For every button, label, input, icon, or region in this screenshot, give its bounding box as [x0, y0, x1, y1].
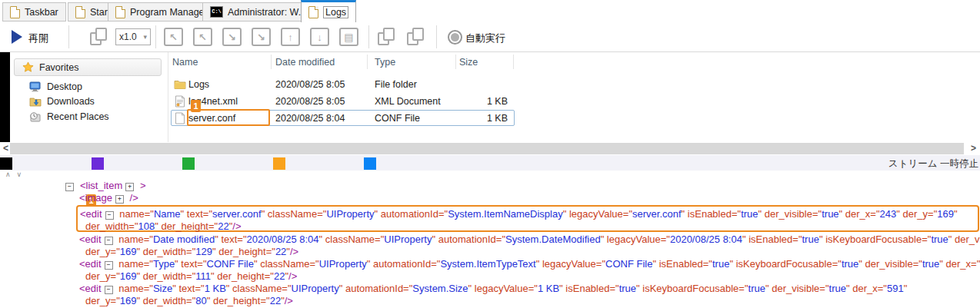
column-header-name[interactable]: Name — [172, 57, 198, 68]
column-header-date[interactable]: Date modified — [275, 57, 335, 68]
file-size: 1 KB — [455, 96, 508, 107]
file-row-log4net[interactable]: log4net.xml 2020/08/25 8:05 XML Document… — [0, 94, 523, 110]
file-type: XML Document — [375, 96, 441, 107]
stream-status-label: ストリーム 一時停止 — [888, 157, 978, 171]
document-icon — [115, 6, 125, 18]
tree-node-edit-date[interactable]: <edit− name="Date modified" text="2020/0… — [79, 233, 980, 245]
column-header-type[interactable]: Type — [375, 57, 395, 68]
sidebar-label: Favorites — [39, 62, 78, 73]
document-icon — [308, 6, 318, 18]
step-back-button[interactable]: ↖ — [193, 28, 212, 46]
tab-program-manager[interactable]: Program Manager — [108, 2, 215, 22]
tree-node-edit-date-cont[interactable]: der_y="169" der_width="129" der_height="… — [85, 246, 298, 257]
document-view-button[interactable]: ▤ — [339, 28, 358, 46]
column-divider[interactable] — [271, 55, 272, 69]
step-forward-button[interactable]: ↘ — [222, 28, 242, 46]
document-icon — [10, 6, 20, 18]
file-date: 2020/08/25 8:05 — [275, 79, 345, 90]
auto-run-radio[interactable] — [448, 30, 462, 45]
tree-node-edit-type-cont[interactable]: der_y="169" der_width="111" der_height="… — [85, 270, 297, 282]
captured-screenshot: Favorites Desktop Downloads Recent Place… — [0, 52, 980, 142]
capture-pages-icon[interactable] — [90, 28, 108, 46]
file-name: Logs — [188, 79, 209, 90]
timeline-marker[interactable] — [0, 157, 12, 170]
file-date: 2020/08/25 8:05 — [275, 96, 345, 107]
toolbar-separator — [155, 25, 156, 48]
toolbar: 再開 x1.0 ▾ ↖ ↖ ↘ ↘ ↑ ↓ ▤ 自動実行 — [0, 22, 980, 52]
move-up-button[interactable]: ↑ — [281, 28, 300, 46]
horizontal-scrollbar[interactable]: < > — [0, 142, 980, 155]
tab-label: Logs — [323, 6, 348, 18]
star-icon — [22, 61, 34, 73]
tab-bar: Taskbar Start Program Manager C:\ Admini… — [0, 0, 980, 22]
timeline-marker[interactable] — [273, 157, 285, 170]
tree-node-image[interactable]: <image+ /> — [79, 192, 138, 204]
tab-label: Program Manager — [130, 7, 208, 18]
file-type: File folder — [375, 79, 417, 90]
tree-node-list-item[interactable]: −<list_item+ > — [65, 180, 146, 191]
paste-pages-icon[interactable] — [407, 28, 425, 46]
scroll-right-icon[interactable]: > — [971, 142, 976, 155]
auto-run-label: 自動実行 — [465, 31, 505, 45]
step-forward-curve-button[interactable]: ↘ — [252, 28, 271, 46]
scroll-up-icon[interactable]: ∧ — [5, 171, 17, 178]
timeline-marker[interactable] — [364, 157, 376, 170]
tree-node-edit-size-cont[interactable]: der_y="169" der_width="80" der_height="2… — [85, 295, 293, 306]
xml-file-icon — [174, 95, 186, 108]
tab-label: Taskbar — [25, 7, 58, 18]
step-back-curve-button[interactable]: ↖ — [164, 28, 183, 46]
timeline-marker[interactable] — [182, 157, 195, 170]
xml-tree-panel: ∧∨ 1 −<list_item+ > <image+ /> <edit− na… — [0, 171, 980, 308]
column-header-size[interactable]: Size — [459, 57, 478, 68]
console-icon: C:\ — [210, 6, 223, 18]
tab-logs-active[interactable]: Logs — [301, 0, 356, 22]
toolbar-separator — [368, 25, 369, 48]
scroll-down-icon[interactable]: ∨ — [17, 171, 28, 178]
tree-node-edit-type[interactable]: <edit− name="Type" text="CONF File" clas… — [79, 258, 980, 270]
move-down-button[interactable]: ↓ — [310, 28, 329, 46]
tab-label: Administrator: W... — [228, 7, 306, 18]
column-divider[interactable] — [513, 55, 514, 69]
folder-icon — [174, 78, 186, 91]
scrollbar-thumb[interactable] — [10, 143, 964, 154]
document-icon — [75, 6, 85, 18]
tab-taskbar[interactable]: Taskbar — [2, 2, 66, 22]
file-row-logs[interactable]: Logs 2020/08/25 8:05 File folder — [0, 77, 523, 93]
tree-node-edit-size[interactable]: <edit− name="Size" text="1 KB" className… — [79, 283, 907, 294]
toolbar-separator — [436, 25, 437, 48]
chevron-down-icon: ▾ — [143, 33, 147, 41]
tab-administrator[interactable]: C:\ Administrator: W... — [202, 2, 314, 22]
app-window: Taskbar Start Program Manager C:\ Admini… — [0, 0, 980, 308]
column-divider[interactable] — [367, 55, 368, 69]
copy-pages-icon[interactable] — [378, 28, 396, 46]
resume-button-label[interactable]: 再開 — [28, 31, 48, 45]
tree-node-edit-name-cont[interactable]: der_width="108" der_height="22"/> — [85, 220, 242, 232]
stream-timeline[interactable]: ストリーム 一時停止 — [0, 155, 980, 171]
tree-scroll-arrows[interactable]: ∧∨ — [5, 171, 28, 178]
column-divider[interactable] — [455, 55, 456, 69]
match-badge: 1 — [191, 100, 201, 112]
tree-node-edit-name[interactable]: <edit− name="Name" text="server.conf" cl… — [80, 208, 958, 220]
scale-value: x1.0 — [119, 31, 137, 42]
timeline-marker[interactable] — [92, 157, 104, 170]
sidebar-item-favorites[interactable]: Favorites — [14, 58, 162, 76]
resume-play-icon[interactable] — [12, 30, 22, 44]
scroll-left-icon[interactable]: < — [3, 142, 8, 155]
toolbar-separator — [68, 25, 69, 48]
scale-dropdown[interactable]: x1.0 ▾ — [115, 28, 151, 45]
